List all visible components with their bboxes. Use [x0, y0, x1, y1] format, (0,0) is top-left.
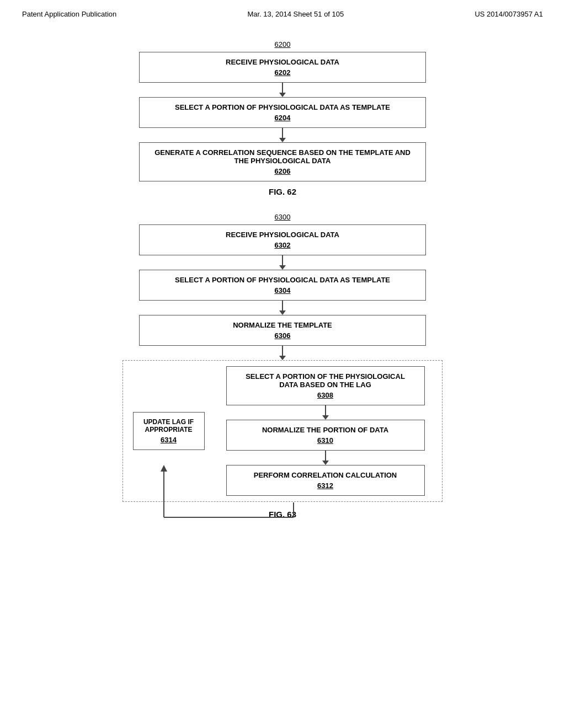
fig62-flow-id: 6200 [275, 40, 291, 49]
fig62-label: FIG. 62 [269, 187, 296, 196]
arrow-6202-6204 [279, 83, 286, 97]
fig63-step-6308: SELECT A PORTION OF THE PHYSIOLOGICAL DA… [226, 366, 425, 405]
header-left: Patent Application Publication [22, 10, 116, 18]
arrow-6310-6312 [322, 451, 329, 465]
header-right: US 2014/0073957 A1 [475, 10, 543, 18]
fig62-step-6202: RECEIVE PHYSIOLOGICAL DATA 6202 [139, 52, 426, 83]
fig63-loop-section: UPDATE LAG IF APPROPRIATE 6314 SELECT A … [122, 360, 443, 502]
fig62-step-6204: SELECT A PORTION OF PHYSIOLOGICAL DATA A… [139, 97, 426, 128]
arrow-6204-6206 [279, 128, 286, 142]
fig63-step-6306: NORMALIZE THE TEMPLATE 6306 [139, 315, 426, 346]
fig63-step-6304: SELECT A PORTION OF PHYSIOLOGICAL DATA A… [139, 270, 426, 301]
fig63-left-col: UPDATE LAG IF APPROPRIATE 6314 [129, 366, 209, 496]
fig63-right-col: SELECT A PORTION OF THE PHYSIOLOGICAL DA… [214, 366, 436, 496]
fig63-step-6310: NORMALIZE THE PORTION OF DATA 6310 [226, 420, 425, 451]
fig63-step-6302: RECEIVE PHYSIOLOGICAL DATA 6302 [139, 224, 426, 255]
fig63-flow-id: 6300 [275, 213, 291, 221]
fig62-diagram: 6200 RECEIVE PHYSIOLOGICAL DATA 6202 SEL… [33, 40, 532, 196]
arrow-6306-loop [279, 346, 286, 360]
arrow-6302-6304 [279, 255, 286, 270]
fig63-label: FIG. 63 [269, 510, 296, 519]
fig62-step-6206: GENERATE A CORRELATION SEQUENCE BASED ON… [139, 142, 426, 181]
arrow-6308-6310 [322, 405, 329, 420]
main-content: 6200 RECEIVE PHYSIOLOGICAL DATA 6202 SEL… [0, 24, 565, 541]
header-center: Mar. 13, 2014 Sheet 51 of 105 [247, 10, 344, 18]
fig63-step-6314: UPDATE LAG IF APPROPRIATE 6314 [133, 412, 205, 450]
fig63-step-6312: PERFORM CORRELATION CALCULATION 6312 [226, 465, 425, 496]
arrow-6304-6306 [279, 301, 286, 315]
fig63-top-steps: RECEIVE PHYSIOLOGICAL DATA 6302 SELECT A… [139, 224, 426, 360]
fig63-diagram: 6300 RECEIVE PHYSIOLOGICAL DATA 6302 SEL… [33, 213, 532, 519]
page-header: Patent Application Publication Mar. 13, … [0, 0, 565, 24]
